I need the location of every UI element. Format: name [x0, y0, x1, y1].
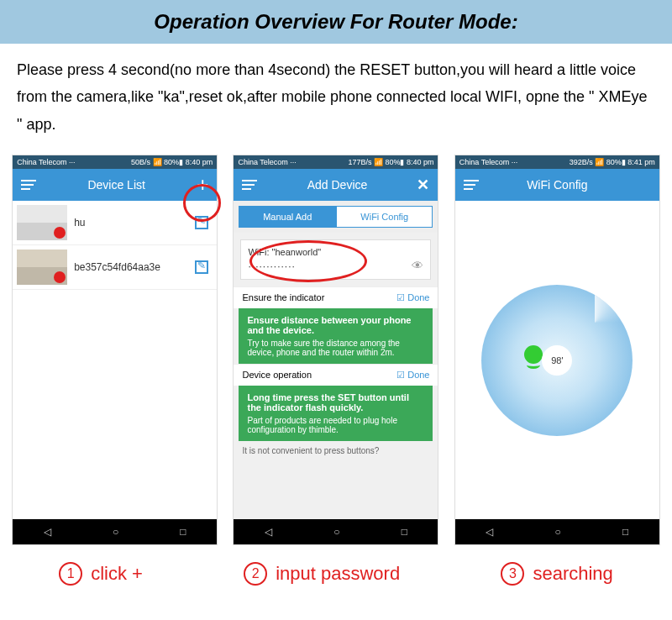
done-checkbox[interactable]: Done: [396, 292, 429, 303]
back-icon[interactable]: ◁: [44, 526, 51, 538]
camera-icon: [524, 345, 543, 364]
info-title: Long time press the SET button until the…: [247, 392, 424, 412]
step-caption-2: 2 input password: [244, 562, 400, 586]
section-title: Device operation: [242, 370, 312, 381]
tab-wifi-config[interactable]: WiFi Config: [336, 206, 433, 228]
radar-searching: 98': [455, 201, 659, 519]
step-caption-3: 3 searching: [501, 562, 612, 586]
wifi-ssid-label: WiFi: "heanworld": [248, 247, 423, 257]
edit-icon[interactable]: [195, 260, 208, 274]
android-nav-bar: ◁ ○ □: [234, 519, 438, 544]
android-nav-bar: ◁ ○ □: [13, 519, 217, 544]
recent-icon[interactable]: □: [402, 526, 407, 538]
net-speed: 392B/s: [570, 158, 593, 166]
home-icon[interactable]: ○: [113, 526, 118, 538]
tab-manual-add[interactable]: Manual Add: [239, 206, 336, 228]
home-icon[interactable]: ○: [555, 526, 561, 538]
device-name-label: be357c54fd64aa3e: [67, 261, 195, 273]
carrier-label: China Telecom ···: [238, 158, 296, 166]
phone-screenshot-2: China Telecom ··· 177B/s 📶 80%▮ 8:40 pm …: [233, 155, 438, 545]
wifi-input-box: WiFi: "heanworld" ············· 👁: [240, 239, 431, 280]
app-bar: WiFi Config: [455, 169, 659, 201]
app-bar: Device List +: [13, 169, 217, 201]
section-header: Ensure the indicator Done: [234, 286, 438, 308]
eye-icon[interactable]: 👁: [412, 259, 423, 272]
battery-label: 80%: [164, 158, 179, 166]
instruction-text: Please press 4 second(no more than 4seco…: [0, 44, 672, 150]
battery-label: 80%: [385, 158, 400, 166]
radar-timer: 98': [542, 345, 572, 376]
net-speed: 50B/s: [131, 158, 150, 166]
back-icon[interactable]: ◁: [265, 526, 272, 538]
info-text: Try to make sure the distance among the …: [247, 339, 424, 357]
captions-row: 1 click + 2 input password 3 searching: [0, 545, 672, 607]
time-label: 8:41 pm: [627, 158, 655, 166]
screen-title: WiFi Config: [479, 178, 636, 192]
device-thumbnail: [17, 250, 67, 285]
step-number: 2: [244, 562, 267, 586]
page-title: Operation Overview For Router Mode:: [0, 10, 672, 34]
back-icon[interactable]: ◁: [486, 526, 493, 538]
info-text: Part of products are needed to plug hole…: [247, 416, 424, 434]
step-label: searching: [533, 563, 612, 585]
header-banner: Operation Overview For Router Mode:: [0, 0, 672, 44]
status-bar: China Telecom ··· 50B/s 📶 80%▮ 8:40 pm: [13, 155, 217, 169]
step-label: input password: [276, 563, 400, 585]
device-list-item[interactable]: be357c54fd64aa3e: [13, 245, 217, 290]
battery-label: 80%: [606, 158, 622, 166]
phone-screenshot-1: China Telecom ··· 50B/s 📶 80%▮ 8:40 pm D…: [12, 155, 218, 545]
device-list-item[interactable]: hu: [13, 201, 217, 245]
net-speed: 177B/s: [348, 158, 371, 166]
radar-circle: 98': [481, 285, 633, 436]
footer-link[interactable]: It is not convenient to press buttons?: [234, 441, 438, 460]
add-icon[interactable]: +: [197, 175, 208, 195]
screen-title: Device List: [36, 178, 197, 192]
step-number: 1: [59, 562, 82, 586]
close-icon[interactable]: ✕: [417, 176, 429, 194]
app-bar: Add Device ✕: [234, 169, 438, 201]
section-title: Ensure the indicator: [242, 292, 324, 303]
tab-row: Manual Add WiFi Config: [234, 201, 438, 233]
recent-icon[interactable]: □: [180, 526, 186, 538]
menu-icon[interactable]: [242, 180, 257, 190]
android-nav-bar: ◁ ○ □: [455, 519, 659, 544]
time-label: 8:40 pm: [407, 158, 434, 166]
edit-icon[interactable]: [195, 216, 208, 229]
menu-icon[interactable]: [464, 180, 479, 190]
info-box: Ensure distance between your phone and t…: [239, 308, 433, 364]
info-title: Ensure distance between your phone and t…: [247, 315, 424, 335]
device-thumbnail: [17, 205, 67, 240]
section-header: Device operation Done: [234, 364, 438, 386]
password-field[interactable]: ·············: [248, 260, 423, 272]
carrier-label: China Telecom ···: [459, 158, 517, 166]
carrier-label: China Telecom ···: [17, 158, 75, 166]
step-label: click +: [91, 563, 143, 585]
radar-sweep: [557, 285, 633, 360]
status-bar: China Telecom ··· 392B/s 📶 80%▮ 8:41 pm: [455, 155, 659, 169]
info-box: Long time press the SET button until the…: [239, 386, 433, 441]
recent-icon[interactable]: □: [622, 526, 628, 538]
screen-title: Add Device: [257, 178, 417, 192]
done-checkbox[interactable]: Done: [396, 370, 429, 381]
status-bar: China Telecom ··· 177B/s 📶 80%▮ 8:40 pm: [234, 155, 438, 169]
home-icon[interactable]: ○: [333, 526, 339, 538]
phone-screenshot-3: China Telecom ··· 392B/s 📶 80%▮ 8:41 pm …: [454, 155, 660, 545]
menu-icon[interactable]: [21, 180, 36, 190]
device-name-label: hu: [67, 217, 195, 229]
phones-row: China Telecom ··· 50B/s 📶 80%▮ 8:40 pm D…: [0, 150, 672, 545]
step-caption-1: 1 click +: [59, 562, 143, 586]
step-number: 3: [501, 562, 524, 586]
time-label: 8:40 pm: [186, 158, 213, 166]
